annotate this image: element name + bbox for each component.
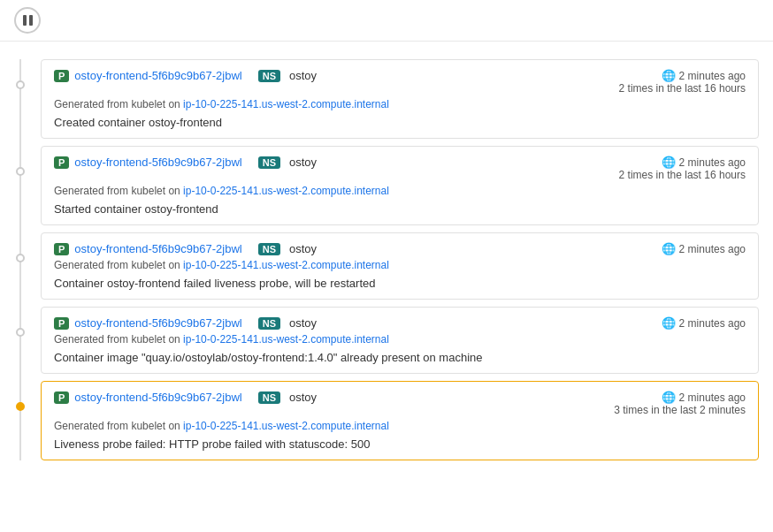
timeline-dot	[16, 80, 25, 89]
pod-name-link[interactable]: ostoy-frontend-5f6b9c9b67-2jbwl	[74, 391, 241, 404]
timeline-dot	[16, 254, 25, 262]
event-card: Postoy-frontend-5f6b9c9b67-2jbwlNSostoy🌐…	[41, 232, 759, 300]
timeline-column	[0, 59, 41, 460]
namespace-name: ostoy	[289, 316, 317, 330]
pod-name-link[interactable]: ostoy-frontend-5f6b9c9b67-2jbwl	[74, 156, 241, 169]
event-source: Generated from kubelet on ip-10-0-225-14…	[54, 98, 746, 110]
timeline-dot	[16, 167, 25, 176]
pod-type-badge: P	[54, 243, 69, 255]
event-message: Container ostoy-frontend failed liveness…	[54, 277, 746, 290]
event-source: Generated from kubelet on ip-10-0-225-14…	[54, 185, 746, 197]
event-message: Started container ostoy-frontend	[54, 202, 746, 216]
pod-type-badge: P	[54, 156, 69, 169]
events-column: Postoy-frontend-5f6b9c9b67-2jbwlNSostoy🌐…	[41, 59, 773, 460]
namespace-badge: NS	[258, 243, 280, 255]
namespace-badge: NS	[258, 317, 280, 330]
event-timestamp-area: 🌐2 minutes ago2 times in the last 16 hou…	[619, 156, 746, 181]
event-source: Generated from kubelet on ip-10-0-225-14…	[54, 259, 746, 271]
pause-icon	[23, 15, 33, 26]
namespace-badge: NS	[258, 391, 280, 404]
event-card: Postoy-frontend-5f6b9c9b67-2jbwlNSostoy🌐…	[41, 307, 759, 374]
event-count: 2 times in the last 16 hours	[619, 169, 746, 181]
pause-button[interactable]	[14, 7, 41, 34]
event-timestamp-area: 🌐2 minutes ago3 times in the last 2 minu…	[614, 391, 746, 416]
event-timestamp: 2 minutes ago	[679, 156, 746, 169]
source-link[interactable]: ip-10-0-225-141.us-west-2.compute.intern…	[183, 185, 389, 197]
event-timestamp-area: 🌐2 minutes ago	[662, 316, 746, 330]
globe-icon: 🌐	[662, 316, 676, 330]
event-timestamp: 2 minutes ago	[679, 243, 746, 255]
namespace-name: ostoy	[289, 242, 317, 255]
pod-name-link[interactable]: ostoy-frontend-5f6b9c9b67-2jbwl	[74, 316, 241, 330]
event-timestamp: 2 minutes ago	[679, 391, 746, 404]
event-card: Postoy-frontend-5f6b9c9b67-2jbwlNSostoy🌐…	[41, 59, 759, 139]
event-count: 3 times in the last 2 minutes	[614, 404, 746, 416]
globe-icon: 🌐	[662, 391, 676, 404]
globe-icon: 🌐	[662, 156, 676, 169]
pod-name-link[interactable]: ostoy-frontend-5f6b9c9b67-2jbwl	[74, 69, 241, 82]
timeline-dot	[16, 328, 25, 337]
event-card: Postoy-frontend-5f6b9c9b67-2jbwlNSostoy🌐…	[41, 381, 759, 460]
event-source: Generated from kubelet on ip-10-0-225-14…	[54, 333, 746, 346]
source-link[interactable]: ip-10-0-225-141.us-west-2.compute.intern…	[183, 420, 389, 432]
pod-type-badge: P	[54, 70, 69, 82]
namespace-name: ostoy	[289, 69, 317, 82]
event-timestamp-area: 🌐2 minutes ago2 times in the last 16 hou…	[619, 69, 746, 95]
header	[0, 0, 773, 42]
event-message: Created container ostoy-frontend	[54, 116, 746, 129]
event-source: Generated from kubelet on ip-10-0-225-14…	[54, 420, 746, 432]
globe-icon: 🌐	[662, 242, 676, 255]
namespace-badge: NS	[258, 70, 280, 82]
event-message: Liveness probe failed: HTTP probe failed…	[54, 437, 746, 451]
event-timestamp: 2 minutes ago	[679, 70, 746, 82]
pod-type-badge: P	[54, 317, 69, 330]
pod-name-link[interactable]: ostoy-frontend-5f6b9c9b67-2jbwl	[74, 242, 241, 255]
event-count: 2 times in the last 16 hours	[619, 82, 746, 95]
namespace-badge: NS	[258, 156, 280, 169]
source-link[interactable]: ip-10-0-225-141.us-west-2.compute.intern…	[183, 333, 389, 346]
source-link[interactable]: ip-10-0-225-141.us-west-2.compute.intern…	[183, 98, 389, 110]
source-link[interactable]: ip-10-0-225-141.us-west-2.compute.intern…	[183, 259, 389, 271]
timeline-dot	[16, 402, 25, 411]
namespace-name: ostoy	[289, 156, 317, 169]
event-message: Container image "quay.io/ostoylab/ostoy-…	[54, 351, 746, 364]
event-card: Postoy-frontend-5f6b9c9b67-2jbwlNSostoy🌐…	[41, 146, 759, 225]
globe-icon: 🌐	[662, 69, 676, 82]
event-timestamp: 2 minutes ago	[679, 317, 746, 330]
event-timestamp-area: 🌐2 minutes ago	[662, 242, 746, 255]
namespace-name: ostoy	[289, 391, 317, 404]
pod-type-badge: P	[54, 391, 69, 404]
